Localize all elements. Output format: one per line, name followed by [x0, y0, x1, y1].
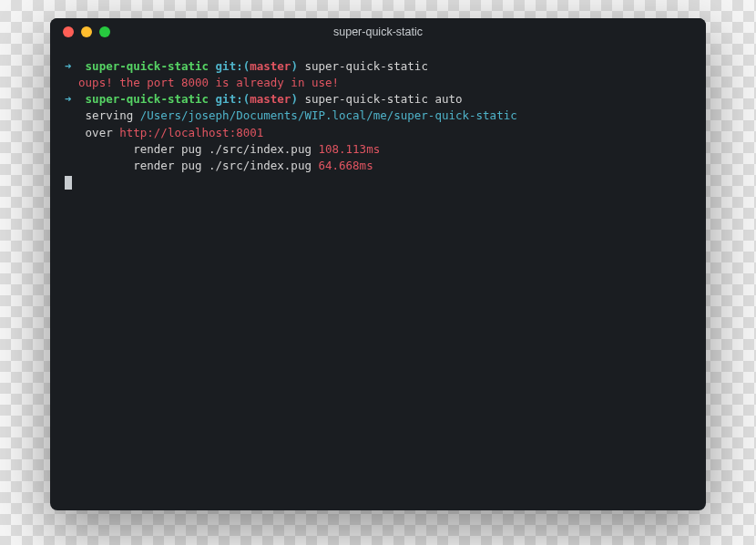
error-text: oups! the port 8000 is already in use! — [78, 76, 339, 89]
render-text-2: render pug ./src/index.pug — [133, 159, 312, 172]
render-ms-1: 108.113ms — [318, 142, 380, 156]
cursor-line — [65, 174, 691, 191]
render-text-1: render pug ./src/index.pug — [133, 142, 312, 156]
serving-line: serving /Users/joseph/Documents/WIP.loca… — [65, 108, 691, 124]
command-1: super-quick-static — [304, 59, 427, 73]
cursor-icon — [65, 176, 72, 190]
prompt-dir: super-quick-static — [86, 59, 209, 73]
maximize-icon[interactable] — [99, 26, 110, 37]
titlebar: super-quick-static — [50, 18, 706, 46]
serving-label: serving — [86, 108, 134, 122]
over-url: http://localhost:8001 — [119, 126, 263, 139]
terminal-window: super-quick-static ➜ super-quick-static … — [50, 18, 706, 510]
git-branch: master — [250, 59, 291, 73]
render-line-1: render pug ./src/index.pug 108.113ms — [65, 141, 691, 158]
terminal-body[interactable]: ➜ super-quick-static git:(master) super-… — [50, 46, 706, 510]
git-branch: master — [250, 92, 291, 106]
minimize-icon[interactable] — [81, 26, 92, 37]
prompt-dir: super-quick-static — [86, 92, 209, 106]
prompt-arrow: ➜ — [65, 59, 72, 73]
git-label: git:( — [216, 92, 250, 106]
render-line-2: render pug ./src/index.pug 64.668ms — [65, 158, 691, 174]
over-label: over — [86, 126, 113, 139]
prompt-arrow: ➜ — [65, 92, 72, 106]
git-close: ) — [291, 92, 298, 106]
prompt-line-1: ➜ super-quick-static git:(master) super-… — [65, 58, 691, 75]
traffic-lights — [50, 26, 110, 37]
prompt-line-2: ➜ super-quick-static git:(master) super-… — [65, 91, 691, 108]
render-ms-2: 64.668ms — [318, 159, 373, 172]
command-2: super-quick-static auto — [304, 92, 462, 106]
git-close: ) — [291, 59, 298, 73]
error-line: oups! the port 8000 is already in use! — [65, 75, 691, 91]
serving-path: /Users/joseph/Documents/WIP.local/me/sup… — [140, 108, 517, 122]
window-title: super-quick-static — [50, 26, 706, 38]
close-icon[interactable] — [63, 26, 74, 37]
over-line: over http://localhost:8001 — [65, 125, 691, 141]
git-label: git:( — [216, 59, 250, 73]
